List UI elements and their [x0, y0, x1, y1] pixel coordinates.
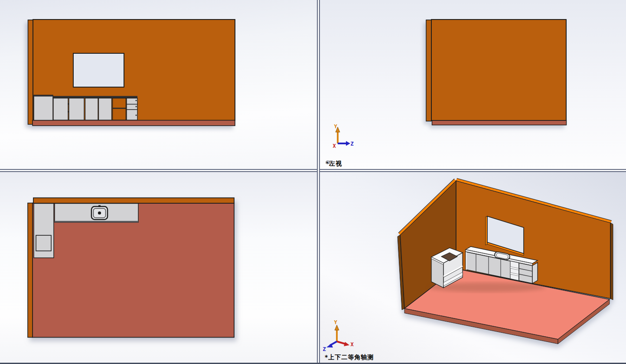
front-open-shelf[interactable] — [113, 98, 126, 120]
z-axis-label: Z — [323, 346, 326, 352]
front-view-canvas[interactable] — [0, 0, 317, 169]
vertical-splitter[interactable] — [317, 0, 320, 364]
front-drawer-handle-2 — [136, 106, 137, 107]
z-axis-arrow — [346, 141, 350, 146]
front-door-2[interactable] — [69, 98, 84, 120]
front-drawer-stack[interactable] — [127, 98, 137, 120]
top-view-appliance[interactable] — [36, 235, 51, 251]
front-tall-cabinet-top — [34, 95, 53, 97]
viewport-top-view[interactable] — [0, 172, 317, 364]
front-side-wall-edge[interactable] — [28, 20, 33, 124]
solidworks-four-view-canvas: Y Z X *左视 — [0, 0, 626, 364]
horizontal-splitter[interactable] — [0, 169, 626, 172]
viewport-left-view[interactable]: Y Z X *左视 — [320, 0, 626, 169]
left-view-triad: Y Z X — [333, 124, 353, 149]
isometric-view-label: *上下二等角轴测 — [325, 354, 374, 361]
y-axis-arrow — [335, 325, 339, 330]
top-view-counter-shadow-line — [55, 221, 138, 223]
z-axis-label: Z — [350, 141, 353, 147]
front-door-3[interactable] — [85, 98, 98, 120]
front-open-shelf-divider — [113, 108, 126, 109]
isometric-view-label-text: *上下二等角轴测 — [325, 354, 374, 361]
iso-view-triad: Y X Z — [323, 319, 354, 352]
y-axis-label: Y — [334, 124, 337, 130]
front-tall-cabinet[interactable] — [34, 95, 53, 120]
x-axis-label: X — [333, 143, 336, 149]
x-axis-arrow — [344, 342, 349, 346]
front-countertop-edge — [52, 96, 137, 98]
top-view-canvas[interactable] — [0, 172, 317, 364]
viewport-front-view[interactable] — [0, 0, 317, 169]
sink-faucet — [98, 205, 101, 207]
front-drawer-handle-3 — [136, 115, 137, 116]
sink-drain — [98, 211, 101, 214]
left-view-label: *左视 — [326, 160, 342, 168]
left-view-canvas[interactable]: Y Z X — [320, 0, 626, 169]
front-cabinets[interactable] — [34, 95, 137, 120]
top-view-back-wall[interactable] — [33, 198, 234, 204]
front-window-opening[interactable] — [73, 53, 124, 87]
top-view-sink[interactable] — [91, 205, 108, 220]
front-door-4[interactable] — [99, 98, 112, 120]
y-axis-label: Y — [334, 319, 337, 325]
front-drawer-handle-1 — [136, 100, 137, 101]
viewport-isometric-view[interactable]: Y X Z *上下二等角轴测 — [320, 172, 626, 364]
top-view-side-wall[interactable] — [28, 203, 33, 338]
x-axis-label: X — [350, 341, 354, 348]
iso-cabinet-run-right-side[interactable] — [532, 263, 538, 283]
left-view-wall[interactable] — [431, 20, 566, 120]
link-chain-icon — [326, 160, 333, 165]
front-door-handle-2 — [68, 111, 69, 113]
iso-open-shelf-section[interactable] — [510, 261, 519, 280]
front-floor[interactable] — [33, 120, 235, 126]
left-view-wall-edge[interactable] — [426, 20, 431, 121]
iso-back-wall-thickness — [610, 223, 613, 300]
top-view-floor[interactable] — [33, 203, 234, 338]
front-door-handle-1 — [68, 104, 69, 105]
isometric-view-canvas[interactable]: Y X Z — [320, 172, 626, 364]
front-door-1[interactable] — [53, 98, 68, 120]
left-view-floor[interactable] — [432, 120, 567, 125]
